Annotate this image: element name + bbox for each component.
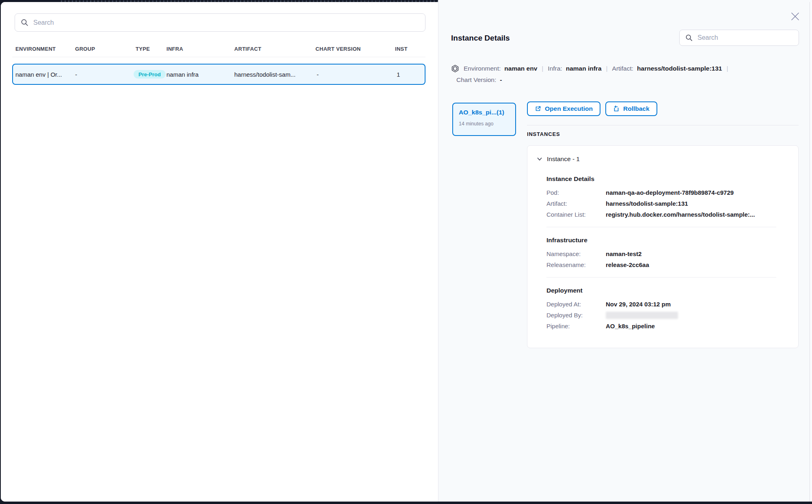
rollback-button[interactable]: Rollback: [605, 101, 657, 116]
kv-label: Namespace:: [546, 250, 606, 257]
kv-label: Deployed By:: [546, 312, 606, 319]
instance-card: Instance - 1 Instance Details Pod: naman…: [527, 145, 799, 348]
chart-version-label: Chart Version:: [456, 74, 496, 86]
kv-row-deployed-at: Deployed At: Nov 29, 2024 03:12 pm: [546, 299, 788, 310]
instance-title: Instance - 1: [547, 155, 580, 163]
kv-row-deployed-by: Deployed By:: [546, 310, 788, 321]
cell-group: -: [75, 71, 77, 78]
open-execution-label: Open Execution: [545, 105, 593, 112]
cell-artifact: harness/todolist-sam...: [234, 71, 296, 78]
kv-label: Artifact:: [546, 200, 606, 207]
env-type-badge: Pre-Prod: [134, 70, 166, 79]
column-header-environment: ENVIRONMENT: [15, 46, 56, 52]
kv-label: Container List:: [546, 211, 606, 218]
separator: |: [605, 63, 609, 74]
kv-row-releasename: Releasename: release-2cc6aa: [546, 259, 788, 270]
instance-body: Instance Details Pod: naman-qa-ao-deploy…: [546, 175, 788, 332]
section-divider: [546, 227, 776, 227]
kv-value: AO_k8s_pipeline: [606, 323, 655, 330]
column-header-artifact: ARTIFACT: [234, 46, 261, 52]
kv-row-namespace: Namespace: naman-test2: [546, 248, 788, 259]
kv-label: Releasename:: [546, 261, 606, 268]
cell-infra: naman infra: [166, 71, 199, 78]
kv-row-pod: Pod: naman-qa-ao-deployment-78f9b89874-c…: [546, 187, 788, 198]
kv-value: harness/todolist-sample:131: [606, 200, 688, 207]
panel-search-input[interactable]: [697, 34, 793, 42]
column-header-chart-version: CHART VERSION: [315, 46, 361, 52]
instances-table-section: ENVIRONMENT GROUP TYPE INFRA ARTIFACT CH…: [1, 2, 438, 502]
chevron-down-icon: [537, 156, 542, 162]
environment-hexagon-icon: [451, 65, 459, 73]
separator: |: [726, 63, 729, 74]
column-header-group: GROUP: [75, 46, 95, 52]
artifact-value: harness/todolist-sample:131: [637, 63, 722, 74]
panel-title: Instance Details: [451, 34, 510, 43]
section-heading-deployment: Deployment: [546, 287, 788, 294]
pipeline-execution-card[interactable]: AO_k8s_pi...(1) 14 minutes ago: [452, 103, 516, 136]
deployed-by-redacted-value: [606, 312, 678, 319]
rollback-label: Rollback: [623, 105, 650, 112]
cell-environment: naman env | Or...: [15, 71, 62, 78]
summary-line-1: Environment: naman env | Infra: naman in…: [451, 63, 800, 74]
action-buttons: Open Execution Rollback: [527, 101, 657, 116]
table-search-box[interactable]: [15, 13, 425, 32]
close-icon[interactable]: [790, 11, 800, 22]
table-search-input[interactable]: [32, 19, 419, 27]
kv-row-pipeline: Pipeline: AO_k8s_pipeline: [546, 321, 788, 332]
table-header-divider: [12, 57, 425, 57]
kv-value: naman-test2: [606, 250, 641, 257]
deployment-summary: Environment: naman env | Infra: naman in…: [451, 63, 800, 86]
kv-value: Nov 29, 2024 03:12 pm: [606, 301, 671, 308]
separator: |: [541, 63, 544, 74]
kv-value: naman-qa-ao-deployment-78f9b89874-c9729: [606, 189, 734, 196]
column-header-infra: INFRA: [166, 46, 183, 52]
kv-value: release-2cc6aa: [606, 261, 649, 268]
panel-search-box[interactable]: [679, 30, 799, 46]
rollback-icon: [613, 106, 620, 112]
environment-label: Environment:: [464, 63, 501, 74]
section-heading-infrastructure: Infrastructure: [546, 237, 788, 244]
instance-details-panel: Instance Details Environment: naman env …: [438, 2, 812, 502]
search-icon: [685, 34, 693, 41]
kv-row-container-list: Container List: registry.hub.docker.com/…: [546, 209, 788, 220]
cell-chart-version: -: [317, 71, 319, 78]
instances-heading: INSTANCES: [527, 131, 560, 137]
column-header-inst: INST: [395, 46, 408, 52]
environment-value: naman env: [504, 63, 537, 74]
kv-label: Pipeline:: [546, 323, 606, 330]
pipeline-execution-time: 14 minutes ago: [459, 121, 510, 127]
cell-inst: 1: [397, 71, 400, 78]
pipeline-execution-name: AO_k8s_pi...(1): [459, 109, 510, 116]
summary-line-2: Chart Version: -: [456, 74, 800, 86]
section-divider: [546, 277, 776, 278]
table-row-selected[interactable]: naman env | Or... - Pre-Prod naman infra…: [12, 64, 425, 85]
kv-label: Pod:: [546, 189, 606, 196]
kv-value: registry.hub.docker.com/harness/todolist…: [606, 211, 755, 218]
panel-scrollbar-track: [810, 2, 812, 502]
chart-version-value: -: [500, 74, 502, 86]
section-heading-instance-details: Instance Details: [546, 175, 788, 183]
instance-toggle[interactable]: Instance - 1: [537, 155, 788, 163]
environment-details-modal: ENVIRONMENT GROUP TYPE INFRA ARTIFACT CH…: [1, 2, 812, 502]
panel-divider: [527, 125, 799, 125]
search-icon: [21, 19, 28, 26]
column-header-type: TYPE: [136, 46, 150, 52]
artifact-label: Artifact:: [612, 63, 634, 74]
kv-label: Deployed At:: [546, 301, 606, 308]
kv-row-artifact: Artifact: harness/todolist-sample:131: [546, 198, 788, 209]
infra-value: naman infra: [566, 63, 602, 74]
infra-label: Infra:: [548, 63, 562, 74]
cell-type: Pre-Prod: [134, 70, 166, 79]
open-execution-button[interactable]: Open Execution: [527, 101, 600, 116]
open-execution-icon: [535, 106, 541, 112]
